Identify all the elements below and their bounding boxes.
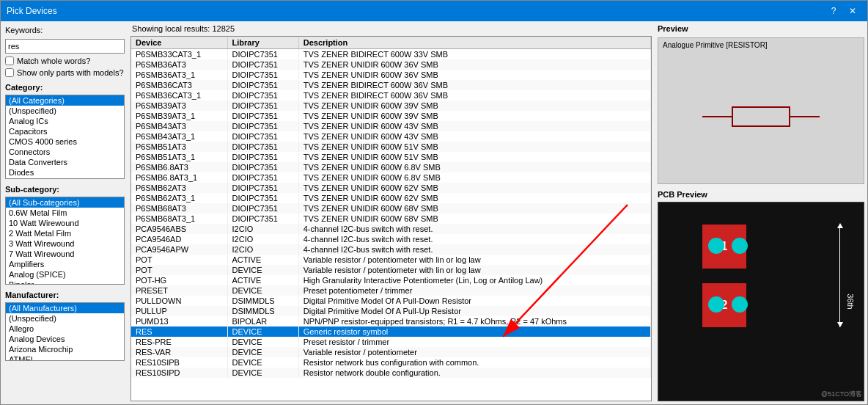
table-row[interactable]: POTDEVICEVariable resistor / potentiomet…: [131, 265, 651, 275]
table-row[interactable]: P6SMB6.8AT3DIOIPC7351TVS ZENER UNIDIR 60…: [131, 162, 651, 172]
table-row[interactable]: P6SMB36CAT3DIOIPC7351TVS ZENER BIDIRECT …: [131, 80, 651, 90]
subcategory-item[interactable]: 3 Watt Wirewound: [6, 238, 124, 249]
category-item[interactable]: Connectors: [6, 147, 124, 157]
table-row[interactable]: PULLDOWNDSIMMDLSDigital Primitive Model …: [131, 296, 651, 306]
table-row[interactable]: P6SMB43AT3_1DIOIPC7351TVS ZENER UNIDIR 6…: [131, 131, 651, 142]
subcategory-item[interactable]: Analog (SPICE): [6, 269, 124, 280]
cell-device: P6SMB36CAT3: [131, 80, 227, 90]
cell-description: TVS ZENER UNIDIR 600W 36V SMB: [298, 70, 650, 80]
table-row[interactable]: P6SMB62AT3_1DIOIPC7351TVS ZENER UNIDIR 6…: [131, 193, 651, 203]
table-row[interactable]: P6SMB62AT3DIOIPC7351TVS ZENER UNIDIR 600…: [131, 183, 651, 193]
table-row[interactable]: P6SMB36AT3_1DIOIPC7351TVS ZENER UNIDIR 6…: [131, 70, 651, 80]
table-row[interactable]: RESDEVICEGeneric resistor symbol: [131, 326, 651, 337]
cell-device: P6SMB51AT3: [131, 142, 227, 152]
table-row[interactable]: RES10SIPDDEVICEResistor network double c…: [131, 368, 651, 378]
table-row[interactable]: PULLUPDSIMMDLSDigital Primitive Model Of…: [131, 306, 651, 316]
left-panel: Keywords: res Match whole words? Show on…: [1, 21, 129, 404]
match-whole-words-checkbox[interactable]: [5, 56, 14, 65]
cell-description: TVS ZENER UNIDIR 600W 43V SMB: [298, 131, 650, 142]
category-item[interactable]: Diodes: [6, 167, 124, 178]
window-title: Pick Devices: [7, 6, 57, 16]
subcategory-list[interactable]: (All Sub-categories)0.6W Metal Film10 Wa…: [5, 197, 125, 285]
right-panel: Preview Analogue Primitive [RESISTOR] PC…: [655, 21, 867, 404]
table-row[interactable]: PCA9546APWI2CIO4-channel I2C-bus switch …: [131, 244, 651, 255]
cell-device: P6SMB6.8AT3: [131, 162, 227, 172]
table-row[interactable]: POTACTIVEVariable resistor / potentiomet…: [131, 255, 651, 265]
table-row[interactable]: P6SMB51AT3DIOIPC7351TVS ZENER UNIDIR 600…: [131, 142, 651, 152]
res-line-left: [702, 116, 732, 117]
keyword-input[interactable]: res: [5, 39, 125, 54]
col-device: Device: [131, 37, 227, 49]
cell-library: DIOIPC7351: [227, 214, 298, 224]
help-button[interactable]: ?: [825, 4, 842, 18]
cell-library: DIOIPC7351: [227, 70, 298, 80]
cell-description: Resistor network double configuration.: [298, 368, 650, 378]
subcategory-item[interactable]: 2 Watt Metal Film: [6, 228, 124, 238]
table-row[interactable]: RES-PREDEVICEPreset resistor / trimmer: [131, 337, 651, 347]
category-item[interactable]: (Unspecified): [6, 106, 124, 116]
results-label: Showing local results: 12825: [130, 24, 652, 33]
manufacturer-item[interactable]: (All Manufacturers): [6, 303, 124, 313]
table-row[interactable]: P6SMB39AT3_1DIOIPC7351TVS ZENER UNIDIR 6…: [131, 111, 651, 121]
table-row[interactable]: POT-HGACTIVEHigh Granularity Interactive…: [131, 275, 651, 285]
cell-library: ACTIVE: [227, 255, 298, 265]
table-row[interactable]: P6SMB43AT3DIOIPC7351TVS ZENER UNIDIR 600…: [131, 121, 651, 131]
cell-device: POT-HG: [131, 275, 227, 285]
cell-library: DEVICE: [227, 265, 298, 275]
manufacturer-item[interactable]: Arizona Microchip: [6, 344, 124, 354]
category-item[interactable]: ECL 10000 Series: [6, 178, 124, 179]
cell-device: P6SMB68AT3_1: [131, 214, 227, 224]
category-item[interactable]: (All Categories): [6, 95, 124, 106]
device-table[interactable]: Device Library Description P6SMB33CAT3_1…: [130, 36, 652, 401]
table-row[interactable]: P6SMB36AT3DIOIPC7351TVS ZENER UNIDIR 600…: [131, 59, 651, 70]
subcategory-item[interactable]: Bipolar...: [6, 280, 124, 285]
table-row[interactable]: P6SMB51AT3_1DIOIPC7351TVS ZENER UNIDIR 6…: [131, 152, 651, 162]
table-row[interactable]: PUMD13BIPOLARNPN/PNP resistor-equipped t…: [131, 316, 651, 326]
cell-device: P6SMB39AT3_1: [131, 111, 227, 121]
cell-device: RES-VAR: [131, 347, 227, 357]
table-row[interactable]: RES10SIPBDEVICEResistor network bus conf…: [131, 357, 651, 368]
category-item[interactable]: CMOS 4000 series: [6, 136, 124, 147]
manufacturer-item[interactable]: (Unspecified): [6, 313, 124, 324]
subcategory-item[interactable]: 7 Watt Wirewound: [6, 249, 124, 259]
table-row[interactable]: PRESETDEVICEPreset potentiometer / trimm…: [131, 285, 651, 296]
cell-description: TVS ZENER BIDIRECT 600W 36V SMB: [298, 90, 650, 101]
close-button[interactable]: ✕: [844, 4, 861, 18]
manufacturer-list[interactable]: (All Manufacturers)(Unspecified)AllegroA…: [5, 302, 125, 361]
table-row[interactable]: RES-VARDEVICEVariable resistor / potenti…: [131, 347, 651, 357]
manufacturer-item[interactable]: Analog Devices: [6, 334, 124, 344]
table-row[interactable]: PCA9546ADI2CIO4-channel I2C-bus switch w…: [131, 234, 651, 244]
subcategory-item[interactable]: 10 Watt Wirewound: [6, 218, 124, 228]
cell-library: I2CIO: [227, 224, 298, 234]
table-row[interactable]: P6SMB36CAT3_1DIOIPC7351TVS ZENER BIDIREC…: [131, 90, 651, 101]
manufacturer-item[interactable]: ATMEL: [6, 354, 124, 361]
table-row[interactable]: P6SMB6.8AT3_1DIOIPC7351TVS ZENER UNIDIR …: [131, 172, 651, 183]
category-list[interactable]: (All Categories)(Unspecified)Analog ICsC…: [5, 95, 125, 179]
center-panel: Showing local results: 12825 Device Libr…: [129, 21, 655, 404]
manufacturer-item[interactable]: Allegro: [6, 324, 124, 334]
category-item[interactable]: Analog ICs: [6, 116, 124, 126]
pcb-circle-1: [708, 238, 724, 254]
cell-library: DIOIPC7351: [227, 162, 298, 172]
subcategory-item[interactable]: (All Sub-categories): [6, 197, 124, 208]
cell-library: DSIMMDLS: [227, 306, 298, 316]
cell-library: BIPOLAR: [227, 316, 298, 326]
table-row[interactable]: P6SMB39AT3DIOIPC7351TVS ZENER UNIDIR 600…: [131, 101, 651, 111]
subcategory-item[interactable]: Amplifiers: [6, 259, 124, 269]
cell-library: DSIMMDLS: [227, 296, 298, 306]
cell-library: DIOIPC7351: [227, 59, 298, 70]
table-row[interactable]: PCA9546ABSI2CIO4-channel I2C-bus switch …: [131, 224, 651, 234]
cell-description: Digital Primitive Model Of A Pull-Down R…: [298, 296, 650, 306]
table-row[interactable]: P6SMB68AT3_1DIOIPC7351TVS ZENER UNIDIR 6…: [131, 214, 651, 224]
category-item[interactable]: Capacitors: [6, 126, 124, 136]
show-only-parts-label: Show only parts with models?: [17, 68, 124, 77]
cell-library: DIOIPC7351: [227, 172, 298, 183]
cell-device: P6SMB39AT3: [131, 101, 227, 111]
subcategory-item[interactable]: 0.6W Metal Film: [6, 208, 124, 218]
pcb-dim-label: 36th: [845, 293, 854, 309]
table-row[interactable]: P6SMB68AT3DIOIPC7351TVS ZENER UNIDIR 600…: [131, 203, 651, 214]
show-only-parts-checkbox[interactable]: [5, 68, 14, 77]
keyword-row: res: [5, 39, 125, 54]
table-row[interactable]: P6SMB33CAT3_1DIOIPC7351TVS ZENER BIDIREC…: [131, 49, 651, 60]
category-item[interactable]: Data Converters: [6, 157, 124, 167]
